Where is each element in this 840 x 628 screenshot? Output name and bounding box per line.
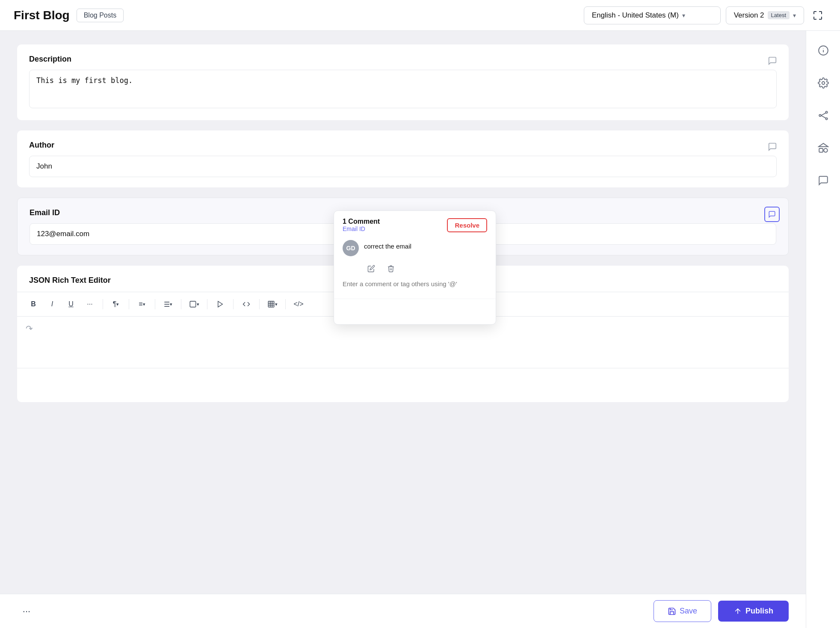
connections-button[interactable]	[814, 106, 833, 125]
comment-field-name: Email ID	[343, 225, 380, 232]
svg-point-17	[819, 115, 821, 116]
comment-content: correct the email	[364, 240, 411, 250]
svg-rect-22	[819, 148, 823, 152]
edit-comment-button[interactable]	[364, 261, 379, 276]
comment-body: GD correct the email	[334, 236, 496, 299]
separator-6	[233, 299, 234, 309]
save-button[interactable]: Save	[654, 600, 711, 622]
list-button[interactable]: ☰ ▾	[160, 296, 176, 312]
info-button[interactable]	[814, 41, 833, 60]
insert-button[interactable]: ▾	[186, 296, 202, 312]
comment-popup-footer	[334, 299, 496, 324]
svg-line-20	[821, 113, 825, 116]
author-label: Author	[29, 141, 777, 150]
embed-button[interactable]: </>	[291, 296, 306, 312]
right-sidebar	[806, 31, 840, 628]
svg-rect-6	[190, 301, 196, 307]
description-card: Description This is my first blog.	[17, 44, 789, 120]
version-label: Version 2	[734, 11, 764, 20]
description-comment-button[interactable]	[765, 53, 780, 68]
comment-text: correct the email	[364, 240, 411, 250]
version-selector[interactable]: Version 2 Latest ▾	[726, 6, 804, 24]
svg-marker-7	[218, 301, 223, 307]
header-left: First Blog Blog Posts	[14, 9, 584, 22]
comment-popup: 1 Comment Email ID Resolve GD correct th…	[334, 210, 496, 325]
separator-1	[103, 299, 103, 309]
language-selector[interactable]: English - United States (M) ▾	[584, 6, 721, 24]
author-input[interactable]: John	[29, 156, 777, 177]
save-label: Save	[680, 607, 697, 616]
version-chevron-icon: ▾	[793, 12, 796, 19]
svg-line-21	[821, 116, 825, 118]
comment-count: 1 Comment	[343, 218, 380, 225]
svg-point-23	[824, 148, 828, 152]
bottom-bar: ··· Save Publish	[0, 594, 806, 628]
separator-7	[259, 299, 260, 309]
blog-title: First Blog	[14, 9, 70, 22]
avatar: GD	[343, 240, 359, 256]
fullscreen-button[interactable]	[809, 7, 826, 24]
comment-header-info: 1 Comment Email ID	[343, 218, 380, 232]
svg-point-16	[822, 82, 825, 85]
separator-3	[155, 299, 155, 309]
chat-button[interactable]	[814, 171, 833, 190]
bold-button[interactable]: B	[26, 296, 41, 312]
description-input[interactable]: This is my first blog.	[29, 70, 777, 108]
underline-button[interactable]: U	[63, 296, 79, 312]
comment-actions	[364, 261, 487, 276]
email-comment-button[interactable]	[764, 207, 780, 222]
code-button[interactable]	[239, 296, 254, 312]
comment-item: GD correct the email	[343, 240, 487, 256]
header: First Blog Blog Posts English - United S…	[0, 0, 840, 31]
language-chevron-icon: ▾	[682, 12, 685, 19]
separator-2	[129, 299, 129, 309]
publish-icon	[734, 607, 742, 616]
latest-badge: Latest	[768, 11, 790, 19]
more-format-button[interactable]: ···	[82, 296, 98, 312]
publish-button[interactable]: Publish	[718, 601, 789, 622]
redo-icon: ↷	[26, 324, 33, 333]
blog-posts-button[interactable]: Blog Posts	[77, 9, 124, 22]
svg-rect-8	[268, 301, 274, 307]
paragraph-button[interactable]: ¶ ▾	[108, 296, 124, 312]
svg-point-18	[825, 111, 827, 113]
delete-comment-button[interactable]	[384, 261, 398, 276]
save-icon	[668, 607, 676, 616]
author-comment-button[interactable]	[765, 139, 780, 154]
table-button[interactable]: ▾	[265, 296, 280, 312]
language-label: English - United States (M)	[592, 11, 679, 20]
separator-8	[285, 299, 286, 309]
main-layout: Description This is my first blog. Autho…	[0, 31, 840, 628]
comment-popup-header: 1 Comment Email ID Resolve	[334, 211, 496, 236]
more-options-label: ···	[23, 606, 30, 617]
description-label: Description	[29, 55, 777, 64]
settings-button[interactable]	[814, 74, 833, 92]
resolve-button[interactable]: Resolve	[447, 218, 487, 232]
svg-point-19	[825, 118, 827, 119]
separator-5	[207, 299, 207, 309]
header-center: English - United States (M) ▾ Version 2 …	[584, 6, 826, 24]
media-button[interactable]	[213, 296, 228, 312]
svg-marker-24	[819, 143, 828, 147]
editor-body-bottom[interactable]	[17, 368, 789, 402]
publish-label: Publish	[745, 607, 773, 616]
align-button[interactable]: ≡ ▾	[134, 296, 150, 312]
italic-button[interactable]: I	[44, 296, 60, 312]
content-area: Description This is my first blog. Autho…	[0, 31, 806, 628]
comment-input[interactable]	[343, 276, 487, 292]
author-card: Author John	[17, 130, 789, 187]
bottom-spacer	[17, 412, 789, 447]
shapes-button[interactable]	[814, 139, 833, 157]
more-options-button[interactable]: ···	[17, 602, 36, 621]
separator-4	[181, 299, 181, 309]
